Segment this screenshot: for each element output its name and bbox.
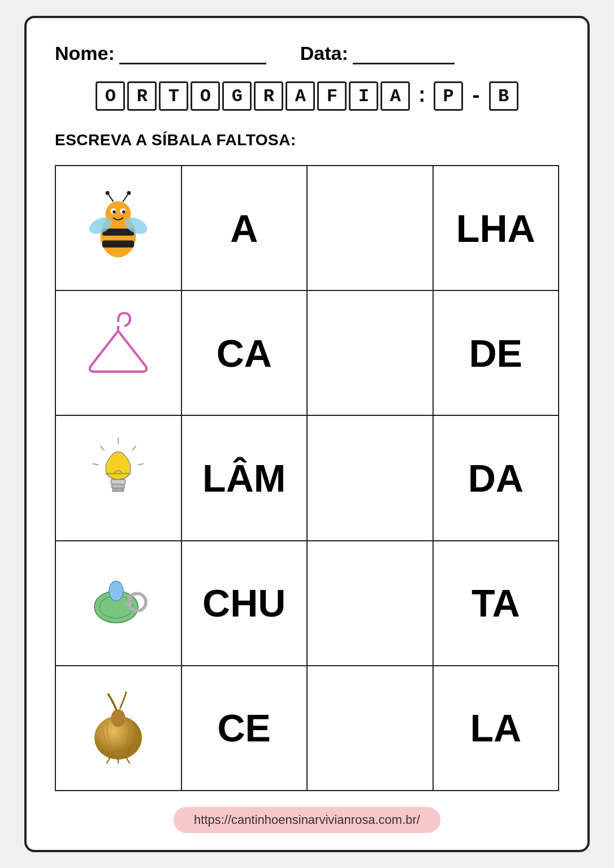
svg-rect-23 — [113, 488, 124, 492]
table-row: LÂM DA — [55, 415, 559, 540]
image-cell-bee — [55, 166, 181, 290]
bee-icon — [79, 184, 158, 263]
bulb-icon — [79, 434, 158, 513]
title-letter-T: T — [159, 81, 188, 111]
onion-icon — [79, 684, 158, 763]
text-cell-LA: LA — [433, 666, 559, 791]
data-field: Data: — [300, 41, 455, 64]
svg-line-20 — [93, 464, 99, 465]
svg-line-19 — [101, 446, 105, 450]
text-cell-CHU: CHU — [181, 541, 308, 666]
title-letter-B: B — [489, 81, 518, 111]
page: Nome: Data: O R T O G R A F I A : P - B … — [24, 16, 590, 852]
table-row: CHU TA — [55, 541, 559, 666]
text-cell-CA: CA — [181, 290, 308, 415]
title-letter-O1: O — [96, 81, 125, 111]
text-cell-DA: DA — [433, 415, 559, 540]
svg-point-8 — [122, 210, 126, 214]
blank-cell-4[interactable] — [307, 541, 433, 666]
data-label: Data: — [300, 42, 348, 64]
svg-line-17 — [132, 446, 136, 450]
footer-url: https://cantinhoensinarvivianrosa.com.br… — [174, 807, 440, 833]
svg-point-10 — [106, 191, 110, 195]
blank-cell-5[interactable] — [307, 666, 433, 791]
image-cell-onion — [55, 666, 181, 791]
svg-point-31 — [111, 709, 126, 727]
pacifier-icon — [79, 559, 158, 639]
exercise-table: A LHA CA DE — [55, 165, 559, 791]
title-letter-F: F — [317, 81, 347, 111]
nome-label: Nome: — [55, 42, 115, 64]
footer: https://cantinhoensinarvivianrosa.com.br… — [55, 807, 559, 833]
table-row: CA DE — [55, 290, 559, 415]
title-colon: : — [416, 85, 428, 108]
image-cell-bulb — [55, 415, 181, 540]
svg-line-18 — [138, 464, 144, 465]
svg-line-11 — [123, 194, 128, 202]
nome-underline — [119, 41, 266, 64]
title-letter-O2: O — [191, 81, 220, 111]
title-letter-A2: A — [380, 81, 410, 111]
blank-cell-1[interactable] — [307, 166, 433, 290]
svg-rect-3 — [102, 240, 134, 248]
title-container: O R T O G R A F I A : P - B — [55, 81, 559, 111]
svg-point-26 — [109, 581, 123, 601]
title-letter-G: G — [222, 81, 252, 111]
svg-rect-22 — [112, 484, 124, 488]
table-row: CE LA — [55, 666, 559, 791]
blank-cell-3[interactable] — [307, 415, 433, 540]
image-cell-hanger — [55, 290, 181, 415]
text-cell-LAM: LÂM — [181, 415, 308, 540]
svg-point-7 — [113, 210, 116, 214]
image-cell-pacifier — [55, 541, 181, 666]
svg-line-9 — [109, 194, 114, 202]
title-box: O R T O G R A F I A : P - B — [96, 81, 518, 111]
title-letter-I: I — [349, 81, 378, 111]
nome-field: Nome: — [55, 41, 266, 64]
svg-rect-21 — [111, 480, 126, 484]
title-hyphen: - — [470, 85, 482, 108]
svg-point-12 — [127, 191, 131, 195]
text-cell-TA: TA — [433, 541, 559, 666]
title-letter-A1: A — [286, 81, 315, 111]
table-row: A LHA — [55, 166, 559, 290]
title-letter-R2: R — [254, 81, 283, 111]
text-cell-DE: DE — [433, 290, 559, 415]
data-underline — [353, 41, 455, 64]
hanger-icon — [79, 309, 158, 388]
title-letter-R1: R — [127, 81, 157, 111]
text-cell-LHA: LHA — [433, 166, 559, 290]
text-cell-CE: CE — [181, 666, 308, 791]
title-letter-P: P — [434, 81, 463, 111]
header: Nome: Data: — [55, 41, 559, 64]
text-cell-A: A — [181, 166, 308, 290]
instruction-text: ESCREVA A SÍBALA FALTOSA: — [55, 131, 559, 149]
blank-cell-2[interactable] — [307, 290, 433, 415]
